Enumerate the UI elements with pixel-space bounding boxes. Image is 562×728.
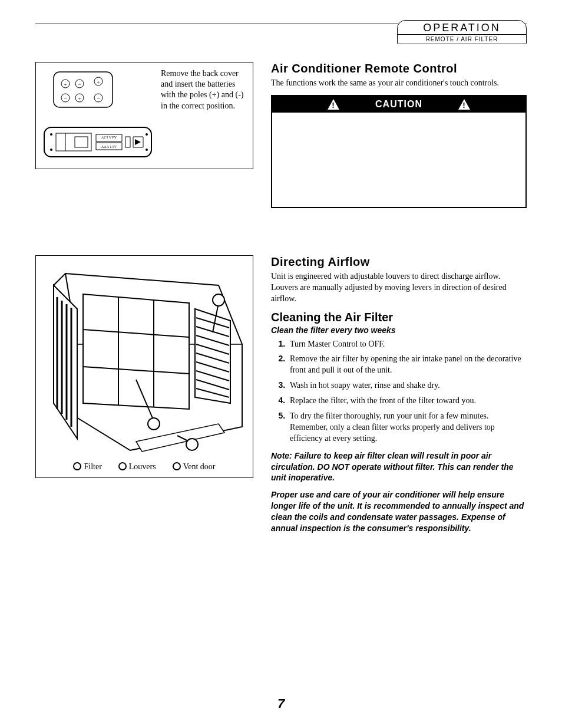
cleaning-steps: Turn Master Control to OFF. Remove the a… <box>287 338 527 444</box>
svg-point-46 <box>148 418 160 430</box>
air-filter-figure: Filter Louvers Vent door <box>35 255 253 478</box>
header-subtitle: REMOTE / AIR FILTER <box>398 34 526 44</box>
svg-text:AAA 1.5V: AAA 1.5V <box>101 145 117 149</box>
svg-text:!: ! <box>462 101 465 110</box>
caution-header: ! CAUTION ! <box>272 96 525 113</box>
directing-airflow-heading: Directing Airflow <box>271 255 527 269</box>
directing-airflow-body: Unit is engineered with adjustable louve… <box>271 271 527 305</box>
figure-legend: Filter Louvers Vent door <box>42 459 247 472</box>
cleaning-filter-heading: Cleaning the Air Filter <box>271 311 527 324</box>
svg-text:+: + <box>78 95 81 101</box>
step-4: Replace the filter, with the front of th… <box>287 395 527 407</box>
svg-point-15 <box>50 149 52 151</box>
svg-text:+: + <box>64 81 67 87</box>
filter-note-1: Note: Failure to keep air filter clean w… <box>271 450 527 484</box>
remote-battery-figure: + − + − + − <box>35 62 253 169</box>
svg-rect-20 <box>75 137 88 147</box>
svg-text:AAA 1.5V: AAA 1.5V <box>101 136 117 139</box>
right-column-upper: Air Conditioner Remote Control The funct… <box>271 62 527 208</box>
header-tag: OPERATION REMOTE / AIR FILTER <box>397 20 527 44</box>
caution-label: CAUTION <box>375 99 422 110</box>
lower-row: Filter Louvers Vent door Directing Airfl… <box>35 255 527 540</box>
legend-louvers: Louvers <box>118 462 156 472</box>
svg-point-14 <box>50 133 52 136</box>
svg-rect-18 <box>56 133 91 151</box>
page-number: 7 <box>0 696 562 711</box>
svg-text:−: − <box>78 81 81 87</box>
left-column: + − + − + − <box>35 62 253 208</box>
caution-body <box>272 113 525 207</box>
cleaning-filter-sub: Clean the filter every two weeks <box>271 325 527 335</box>
svg-rect-25 <box>125 137 130 147</box>
step-5: To dry the filter thoroughly, run your u… <box>287 410 527 444</box>
upper-row: + − + − + − <box>35 48 527 208</box>
legend-filter: Filter <box>73 462 101 472</box>
svg-point-50 <box>186 439 198 450</box>
svg-text:+: + <box>97 79 100 85</box>
filter-note-2: Proper use and care of your air conditio… <box>271 489 527 534</box>
left-column-lower: Filter Louvers Vent door <box>35 255 253 540</box>
svg-text:!: ! <box>332 101 335 110</box>
remote-control-heading: Air Conditioner Remote Control <box>271 62 527 75</box>
warning-icon: ! <box>327 98 340 110</box>
step-2: Remove the air filter by opening the air… <box>287 353 527 376</box>
svg-rect-0 <box>54 72 113 107</box>
remote-caption: Remove the back cover and insert the bat… <box>161 68 247 111</box>
step-3: Wash in hot soapy water, rinse and shake… <box>287 380 527 391</box>
svg-text:−: − <box>97 95 100 101</box>
remote-control-intro: The functions work the same as your air … <box>271 78 527 89</box>
right-column-lower: Directing Airflow Unit is engineered wit… <box>271 255 527 540</box>
header-title: OPERATION <box>398 21 526 34</box>
unit-illustration <box>42 262 247 456</box>
legend-ventdoor: Vent door <box>173 462 216 472</box>
svg-text:−: − <box>64 95 67 101</box>
step-1: Turn Master Control to OFF. <box>287 338 527 350</box>
remote-illustration: + − + − + − <box>42 68 154 163</box>
svg-point-16 <box>146 133 148 136</box>
svg-point-17 <box>146 149 148 151</box>
warning-icon: ! <box>458 98 471 110</box>
caution-box: ! CAUTION ! <box>271 95 527 208</box>
svg-point-48 <box>213 294 224 306</box>
